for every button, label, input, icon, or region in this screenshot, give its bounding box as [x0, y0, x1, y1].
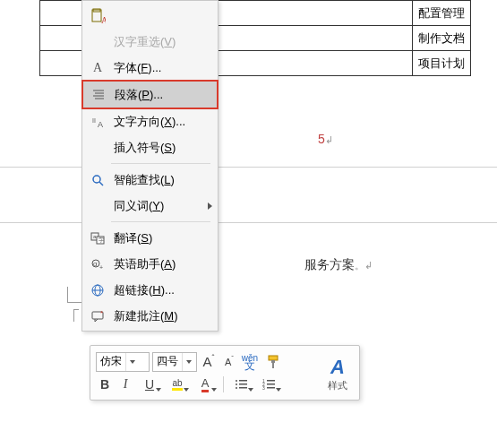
svg-rect-31	[239, 387, 247, 389]
menu-smart-lookup[interactable]: 智能查找(L)	[82, 167, 218, 193]
svg-rect-36	[267, 383, 275, 385]
svg-point-26	[236, 380, 237, 382]
toolbar-separator	[223, 376, 224, 392]
menu-english-helper[interactable]: α+ 英语助手(A)	[82, 251, 218, 277]
body-text: 服务方案。↲	[304, 257, 373, 273]
cell-text: 制作文档	[418, 31, 465, 45]
document-canvas: ↲ 配置管理 Excel↲ 制作文档 project↲ 项目计划 5↲ 服务方案…	[0, 0, 497, 448]
svg-text:+: +	[99, 264, 103, 271]
submenu-arrow-icon	[208, 202, 212, 210]
menu-label: 汉字重选(V)	[114, 34, 209, 50]
grow-font-button[interactable]: Aˆ	[200, 352, 218, 372]
clipboard-letter-icon: A	[88, 6, 107, 26]
svg-text:a: a	[93, 234, 97, 239]
text-direction-icon: IIA	[88, 112, 107, 132]
menu-label: 字体(F)...	[114, 60, 209, 76]
svg-rect-35	[267, 380, 275, 382]
svg-text:α: α	[93, 260, 98, 268]
menu-reselect-hanzi: 汉字重选(V)	[82, 29, 218, 55]
search-icon	[88, 170, 107, 190]
dropdown-arrow-icon	[182, 353, 194, 371]
menu-label: 英语助手(A)	[114, 256, 209, 272]
numbering-button[interactable]: 123	[257, 375, 282, 394]
menu-label: 段落(P)...	[115, 87, 208, 103]
menu-font[interactable]: A 字体(F)...	[82, 55, 218, 81]
svg-text:II: II	[92, 117, 96, 124]
svg-text:字: 字	[99, 237, 104, 243]
font-color-button[interactable]: A	[193, 375, 218, 394]
menu-label: 新建批注(M)	[114, 308, 209, 324]
menu-separator	[111, 221, 210, 222]
bold-button[interactable]: B	[96, 375, 114, 394]
mini-toolbar: 仿宋 四号 Aˆ Aˇ wěn文	[90, 345, 360, 401]
paragraph-icon	[89, 85, 108, 105]
comment-icon: *	[88, 306, 107, 326]
blank-icon	[88, 32, 107, 52]
svg-line-10	[99, 182, 103, 185]
font-name-combo[interactable]: 仿宋	[96, 352, 150, 372]
page-corner-mark	[73, 309, 79, 322]
menu-label: 插入符号(S)	[114, 140, 209, 156]
shrink-font-button[interactable]: Aˇ	[220, 352, 238, 372]
menu-paragraph[interactable]: 段落(P)...	[81, 80, 219, 109]
font-name-value: 仿宋	[97, 354, 125, 369]
svg-point-28	[236, 387, 237, 389]
font-icon: A	[88, 58, 107, 78]
blank-icon	[88, 138, 107, 158]
horizontal-rule	[0, 167, 497, 168]
cell-text: 配置管理	[418, 6, 465, 20]
font-size-value: 四号	[153, 354, 182, 369]
menu-synonym[interactable]: 同义词(Y)	[82, 193, 218, 219]
svg-text:A: A	[101, 15, 106, 24]
svg-rect-37	[267, 387, 275, 389]
menu-translate[interactable]: a字 翻译(S)	[82, 225, 218, 251]
svg-point-9	[93, 176, 100, 183]
globe-icon	[88, 280, 107, 300]
menu-paste-special[interactable]: A	[82, 3, 218, 29]
svg-rect-29	[239, 380, 247, 382]
dropdown-arrow-icon	[125, 353, 138, 371]
menu-label: 文字方向(X)...	[114, 114, 209, 130]
svg-point-27	[236, 383, 237, 385]
format-painter-button[interactable]	[261, 352, 287, 372]
styles-button[interactable]: A 样式	[321, 350, 354, 397]
font-size-combo[interactable]: 四号	[152, 352, 197, 372]
svg-rect-30	[239, 383, 247, 385]
translate-icon: a字	[88, 228, 107, 248]
menu-new-comment[interactable]: * 新建批注(M)	[82, 303, 218, 329]
styles-label: 样式	[328, 379, 347, 392]
menu-label: 同义词(Y)	[114, 198, 209, 214]
svg-text:A: A	[98, 120, 103, 129]
menu-label: 翻译(S)	[114, 230, 209, 246]
italic-button[interactable]: I	[116, 375, 134, 394]
menu-label: 超链接(H)...	[114, 282, 209, 298]
svg-text:*: *	[100, 309, 103, 317]
blank-icon	[88, 196, 107, 216]
horizontal-rule	[0, 222, 497, 223]
context-menu: A 汉字重选(V) A 字体(F)... 段落(P)... IIA 文字方向(X…	[81, 0, 219, 332]
underline-button[interactable]: U	[137, 375, 162, 394]
phonetic-guide-button[interactable]: wěn文	[241, 352, 259, 372]
menu-text-direction[interactable]: IIA 文字方向(X)...	[82, 108, 218, 134]
svg-text:3: 3	[262, 385, 265, 391]
english-helper-icon: α+	[88, 254, 107, 274]
svg-rect-25	[272, 363, 274, 368]
menu-hyperlink[interactable]: 超链接(H)...	[82, 277, 218, 303]
list-number-marker: 5↲	[318, 132, 333, 146]
cell-text: 项目计划	[418, 56, 465, 70]
menu-separator	[111, 163, 210, 164]
text-highlight-button[interactable]: ab	[165, 375, 190, 394]
styles-icon: A	[330, 356, 345, 379]
svg-rect-24	[271, 360, 275, 363]
bullets-button[interactable]	[229, 375, 254, 394]
menu-label: 智能查找(L)	[114, 172, 209, 188]
menu-insert-symbol[interactable]: 插入符号(S)	[82, 134, 218, 160]
svg-rect-23	[269, 356, 278, 360]
